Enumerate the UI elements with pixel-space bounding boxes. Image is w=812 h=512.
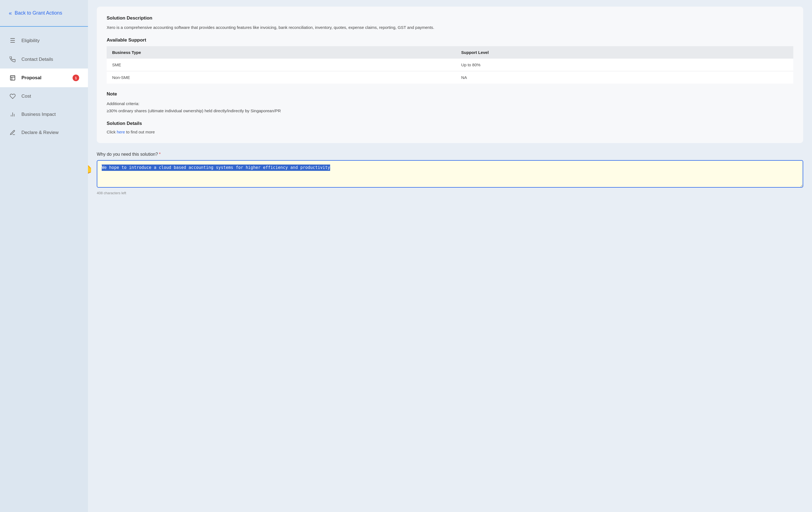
table-row: Non-SME NA <box>107 71 793 84</box>
svg-rect-0 <box>10 76 15 80</box>
solution-description-text: Xero is a comprehensive accounting softw… <box>107 24 793 31</box>
sidebar-item-label: Declare & Review <box>22 130 59 135</box>
solution-details-section: Solution Details Click here to find out … <box>107 121 793 134</box>
support-table: Business Type Support Level SME Up to 80… <box>107 46 793 84</box>
cost-icon <box>9 93 17 99</box>
back-chevron-icon: « <box>9 10 12 16</box>
back-label: Back to Grant Actions <box>14 10 62 16</box>
solution-details-title: Solution Details <box>107 121 793 126</box>
proposal-badge: 1 <box>72 75 79 81</box>
solution-details-text: Click here to find out more <box>107 130 793 134</box>
sidebar-item-label: Proposal <box>22 75 41 81</box>
answer-textarea[interactable] <box>97 160 803 188</box>
info-card: Solution Description Xero is a comprehen… <box>97 7 803 143</box>
sidebar-nav: ☰ Eligibility Contact Details Proposal 1 <box>0 27 88 146</box>
note-title: Note <box>107 91 793 97</box>
sidebar-item-cost[interactable]: Cost <box>0 87 88 105</box>
here-link[interactable]: here <box>117 130 125 134</box>
proposal-icon <box>9 75 17 81</box>
sidebar-item-label: Business Impact <box>22 112 56 117</box>
sidebar-item-label: Cost <box>22 93 31 99</box>
sidebar-item-business-impact[interactable]: Business Impact <box>0 105 88 124</box>
question-text: Why do you need this solution? <box>97 152 158 157</box>
pointer-hand-icon: 👉 <box>88 160 93 177</box>
business-impact-icon <box>9 111 17 117</box>
char-count: 408 characters left <box>97 191 803 195</box>
sidebar-item-eligibility[interactable]: ☰ Eligibility <box>0 31 88 50</box>
solution-description-title: Solution Description <box>107 16 793 21</box>
table-header-support-level: Support Level <box>456 46 793 59</box>
sidebar-item-declare-review[interactable]: Declare & Review <box>0 124 88 142</box>
question-section: 👉 Why do you need this solution?* 408 ch… <box>97 152 803 195</box>
contact-details-icon <box>9 56 17 62</box>
back-to-grant-actions-link[interactable]: « Back to Grant Actions <box>0 0 88 27</box>
declare-review-icon <box>9 130 17 136</box>
click-prefix: Click <box>107 130 117 134</box>
required-asterisk: * <box>159 152 161 157</box>
eligibility-icon: ☰ <box>9 37 17 44</box>
note-text: Additional criteria:≥30% ordinary shares… <box>107 100 793 114</box>
table-cell-business-type-nonsme: Non-SME <box>107 71 456 84</box>
sidebar-item-label: Contact Details <box>22 57 53 62</box>
note-additional-criteria: Additional criteria:≥30% ordinary shares… <box>107 101 281 113</box>
click-suffix: to find out more <box>125 130 155 134</box>
sidebar-item-proposal[interactable]: Proposal 1 <box>0 69 88 87</box>
table-cell-support-level-sme: Up to 80% <box>456 59 793 71</box>
main-content: Solution Description Xero is a comprehen… <box>88 0 812 512</box>
table-row: SME Up to 80% <box>107 59 793 71</box>
sidebar-item-contact-details[interactable]: Contact Details <box>0 50 88 69</box>
note-section: Note Additional criteria:≥30% ordinary s… <box>107 91 793 114</box>
sidebar: « Back to Grant Actions ☰ Eligibility Co… <box>0 0 88 512</box>
available-support-title: Available Support <box>107 37 793 43</box>
question-label: Why do you need this solution?* <box>97 152 803 157</box>
sidebar-item-label: Eligibility <box>22 38 39 44</box>
table-cell-business-type-sme: SME <box>107 59 456 71</box>
table-header-business-type: Business Type <box>107 46 456 59</box>
table-cell-support-level-nonsme: NA <box>456 71 793 84</box>
